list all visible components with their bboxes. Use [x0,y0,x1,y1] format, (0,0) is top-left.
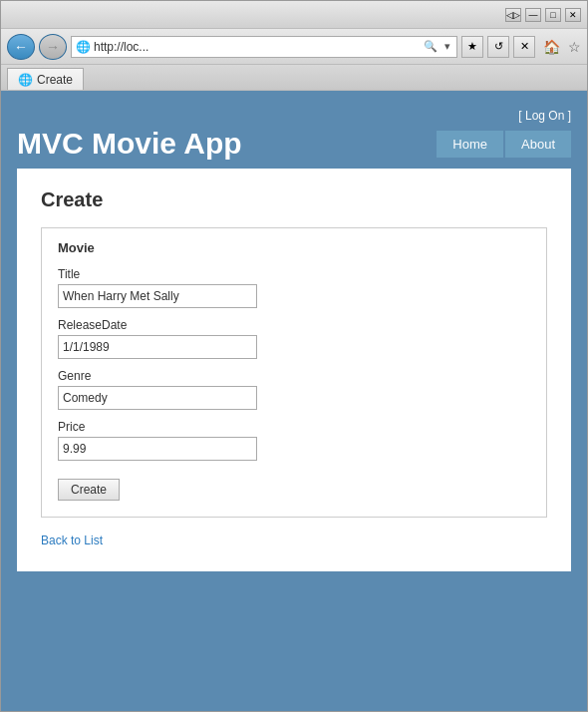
form-section-title: Movie [58,240,530,255]
price-label: Price [58,420,530,434]
titlebar-btn-extra[interactable]: ◁▷ [505,8,521,22]
title-field-group: Title [58,267,530,308]
logon-bracket-open: [ [518,109,525,123]
browser-window: ◁▷ — □ ✕ ← → 🌐 http://loc... 🔍 ▾ ★ ↺ ✕ 🏠… [0,0,588,712]
address-dropdown-icon[interactable]: ▾ [442,40,452,53]
toolbar-favorites-btn[interactable]: ★ [461,36,483,58]
nav-about-button[interactable]: About [505,131,571,158]
logon-bracket-close: ] [564,109,571,123]
back-button[interactable]: ← [7,34,35,60]
page-content: [ Log On ] MVC Movie App Home About Crea… [1,91,587,711]
titlebar-btn-maximize[interactable]: □ [545,8,561,22]
releasedate-input[interactable] [58,335,257,359]
releasedate-field-group: ReleaseDate [58,318,530,359]
site-wrapper: [ Log On ] MVC Movie App Home About Crea… [17,107,571,695]
create-submit-button[interactable]: Create [58,479,120,501]
toolbar: ← → 🌐 http://loc... 🔍 ▾ ★ ↺ ✕ 🏠 ☆ [1,29,587,65]
logon-bar: [ Log On ] [17,107,571,127]
address-search-icon[interactable]: 🔍 [422,40,440,53]
titlebar-btn-close[interactable]: ✕ [565,8,581,22]
address-ie-icon: 🌐 [76,40,91,54]
genre-input[interactable] [58,386,257,410]
favorites-icon[interactable]: ☆ [568,39,581,55]
genre-label: Genre [58,369,530,383]
releasedate-label: ReleaseDate [58,318,530,332]
back-to-list-link[interactable]: Back to List [41,534,547,547]
titlebar-btn-minimize[interactable]: — [525,8,541,22]
forward-button[interactable]: → [39,34,67,60]
address-text: http://loc... [94,40,419,54]
tab-bar: 🌐 Create [1,65,587,91]
title-label: Title [58,267,530,281]
logon-link[interactable]: Log On [525,109,564,123]
title-input[interactable] [58,284,257,308]
site-title: MVC Movie App [17,127,242,161]
tab-ie-icon: 🌐 [18,73,33,87]
address-bar[interactable]: 🌐 http://loc... 🔍 ▾ [71,36,457,58]
price-field-group: Price [58,420,530,461]
toolbar-stop-btn[interactable]: ✕ [513,36,535,58]
current-tab[interactable]: 🌐 Create [7,68,84,90]
tab-label: Create [37,73,73,87]
titlebar: ◁▷ — □ ✕ [1,1,587,29]
nav-home-button[interactable]: Home [437,131,503,158]
page-heading: Create [41,188,547,211]
logon-text: [ Log On ] [518,109,571,123]
site-nav: MVC Movie App Home About [17,127,571,161]
toolbar-refresh-btn[interactable]: ↺ [487,36,509,58]
home-icon[interactable]: 🏠 [543,39,560,55]
main-content-area: Create Movie Title ReleaseDate [17,169,571,571]
movie-form-section: Movie Title ReleaseDate Genre [41,227,547,518]
genre-field-group: Genre [58,369,530,410]
price-input[interactable] [58,437,257,461]
nav-buttons: Home About [437,131,571,158]
